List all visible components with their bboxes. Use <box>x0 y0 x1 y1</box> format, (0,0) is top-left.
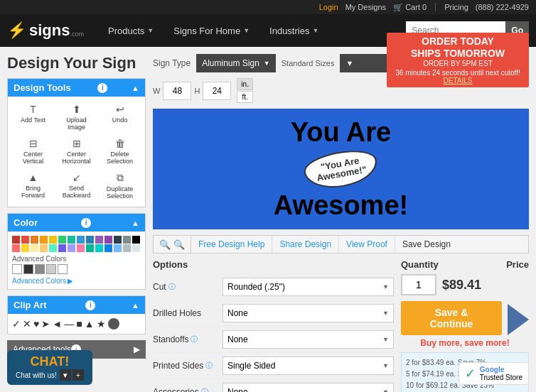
color-info[interactable]: i <box>81 218 91 228</box>
canvas-area[interactable]: You Are "You Are Awesome!" Awesome! <box>153 109 529 229</box>
zoom-out-icon[interactable]: 🔍 <box>159 239 171 250</box>
unit-feet[interactable]: ft. <box>237 91 253 103</box>
swatch[interactable] <box>58 244 66 252</box>
swatch[interactable] <box>104 236 112 244</box>
swatch[interactable] <box>104 244 112 252</box>
printed-select[interactable]: Single Sided ▼ <box>223 356 394 375</box>
swatch[interactable] <box>77 244 85 252</box>
recent-swatch[interactable] <box>46 264 56 274</box>
swatch[interactable] <box>68 236 75 244</box>
recent-swatch[interactable] <box>12 264 22 274</box>
advanced-colors-link[interactable]: Advanced Colors ▶ <box>12 277 141 285</box>
star-icon[interactable]: ★ <box>97 318 106 330</box>
order-details-link[interactable]: DETAILS <box>395 77 520 85</box>
swatch[interactable] <box>114 244 122 252</box>
accessories-info-icon[interactable]: ⓘ <box>201 387 208 392</box>
unit-buttons: in. ft. <box>237 78 253 103</box>
my-designs-link[interactable]: My Designs <box>345 3 386 11</box>
free-design-help-btn[interactable]: Free Design Help <box>191 236 272 253</box>
unit-inches[interactable]: in. <box>237 78 253 90</box>
swatch[interactable] <box>49 244 57 252</box>
quantity-input[interactable] <box>401 274 436 295</box>
tool-undo[interactable]: ↩ Undo <box>99 101 141 134</box>
checkmark-icon[interactable]: ✓ <box>12 318 21 330</box>
swatch[interactable] <box>49 236 57 244</box>
tool-duplicate[interactable]: ⧉ Duplicate Selection <box>99 169 141 202</box>
printed-info-icon[interactable]: ⓘ <box>205 361 213 371</box>
clipart-info[interactable]: i <box>85 300 95 310</box>
swatch[interactable] <box>40 236 48 244</box>
heart-icon[interactable]: ♥ <box>33 318 39 330</box>
swatch[interactable] <box>58 236 66 244</box>
arrow-right-icon[interactable]: ➤ <box>41 318 50 330</box>
swatch[interactable] <box>123 236 131 244</box>
square-icon[interactable]: ■ <box>76 318 82 330</box>
swatch[interactable] <box>86 236 94 244</box>
cut-select[interactable]: Rounded (.25") ▼ <box>223 278 394 296</box>
save-continue-button[interactable]: Save & Continue <box>401 301 502 335</box>
swatch[interactable] <box>31 236 38 244</box>
minus-icon[interactable]: — <box>64 318 74 330</box>
swatch[interactable] <box>31 244 38 252</box>
canvas-text-bottom: Awesome! <box>274 190 408 221</box>
tool-bring-forward[interactable]: ▲ Bring Forward <box>12 169 54 202</box>
tool-add-text[interactable]: T Add Text <box>12 101 54 134</box>
swatch[interactable] <box>132 236 140 244</box>
circle-icon[interactable] <box>108 318 119 330</box>
view-proof-btn[interactable]: View Proof <box>339 236 395 253</box>
save-design-btn[interactable]: Save Design <box>395 236 458 253</box>
tool-center-vertical[interactable]: ⊟ Center Vertical <box>12 135 54 168</box>
triangle-icon[interactable]: ▲ <box>85 318 95 330</box>
cut-info-icon[interactable]: ⓘ <box>168 282 176 292</box>
swatch[interactable] <box>86 244 94 252</box>
swatch[interactable] <box>95 236 103 244</box>
chat-widget[interactable]: CHAT! Chat with us! ▼ + <box>7 350 92 385</box>
recent-swatch[interactable] <box>23 264 33 274</box>
standoffs-arrow: ▼ <box>382 336 389 343</box>
share-design-btn[interactable]: Share Design <box>272 236 339 253</box>
swatch[interactable] <box>132 244 140 252</box>
logo[interactable]: ⚡ signs .com <box>7 21 84 40</box>
swatch[interactable] <box>12 236 20 244</box>
design-tools-info[interactable]: i <box>97 83 107 93</box>
drilled-select[interactable]: None ▼ <box>223 304 394 322</box>
swatch[interactable] <box>123 244 131 252</box>
chat-add-btn[interactable]: + <box>73 369 84 381</box>
sign-type-select[interactable]: Aluminum Sign ▼ <box>196 54 276 72</box>
login-link[interactable]: Login <box>319 3 338 11</box>
recent-swatch[interactable] <box>35 264 45 274</box>
swatch[interactable] <box>21 244 29 252</box>
clipart-section: Clip Art i ▲ ✓ ✕ ♥ ➤ ◄ — ■ ▲ ★ <box>7 295 146 334</box>
tool-send-backward[interactable]: ↙ Send Backward <box>55 169 97 202</box>
x-icon[interactable]: ✕ <box>23 318 31 330</box>
swatch[interactable] <box>95 244 103 252</box>
design-tools-header[interactable]: Design Tools i ▲ <box>8 79 145 97</box>
arrow-left-icon[interactable]: ◄ <box>52 318 62 330</box>
swatch[interactable] <box>21 236 29 244</box>
swatch[interactable] <box>40 244 48 252</box>
swatch[interactable] <box>114 236 122 244</box>
swatch[interactable] <box>77 236 85 244</box>
swatch[interactable] <box>12 244 20 252</box>
nav-industries[interactable]: Industries▼ <box>259 14 328 47</box>
nav-signs-for-home[interactable]: Signs For Home▼ <box>164 14 259 47</box>
tool-delete-selection[interactable]: 🗑 Delete Selection <box>99 135 141 168</box>
recent-swatch[interactable] <box>58 264 68 274</box>
center-horizontal-icon: ⊞ <box>73 138 81 149</box>
tool-center-horizontal[interactable]: ⊞ Center Horizontal <box>55 135 97 168</box>
color-header[interactable]: Color i ▲ <box>8 214 145 232</box>
standoffs-info-icon[interactable]: ⓘ <box>191 334 198 344</box>
chat-menu-btn[interactable]: ▼ <box>60 369 71 381</box>
nav-products[interactable]: Products▼ <box>98 14 164 47</box>
design-tools-chevron: ▲ <box>132 84 139 92</box>
swatch[interactable] <box>68 244 75 252</box>
accessories-select[interactable]: None ▼ <box>223 383 394 392</box>
pricing-link[interactable]: Pricing <box>444 3 468 11</box>
standoffs-select[interactable]: None ▼ <box>223 330 394 349</box>
width-input[interactable] <box>163 82 191 100</box>
tool-upload-image[interactable]: ⬆ Upload Image <box>55 101 97 134</box>
clipart-header[interactable]: Clip Art i ▲ <box>8 296 145 314</box>
height-input[interactable] <box>203 82 231 100</box>
cart-link[interactable]: 🛒 Cart 0 <box>393 3 427 12</box>
zoom-in-icon[interactable]: 🔍 <box>173 239 185 250</box>
